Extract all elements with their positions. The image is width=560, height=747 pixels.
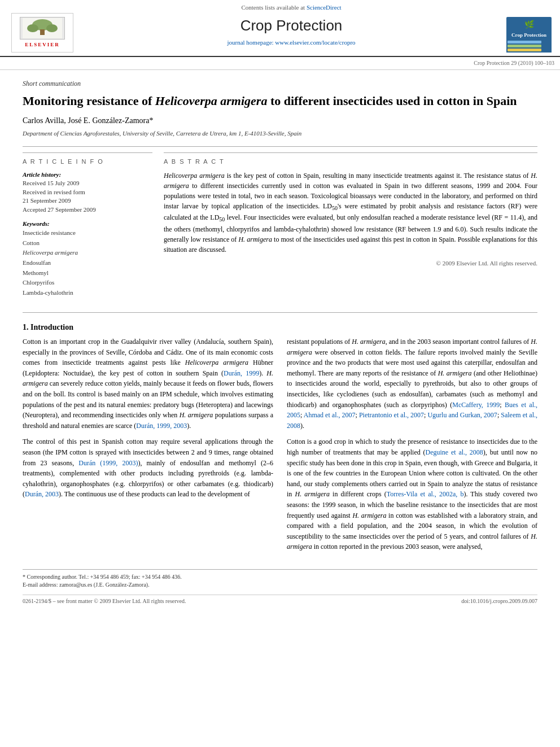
journal-header: ELSEVIER Contents lists available at Sci… — [0, 0, 560, 57]
journal-title: Crop Protection — [240, 15, 343, 36]
sciencedirect-text[interactable]: ScienceDirect — [307, 4, 342, 11]
body-para-3: resistant populations of H. armigera, an… — [287, 337, 537, 431]
keyword-1: Insecticide resistance — [23, 228, 152, 238]
crop-badge-icon: 🌿 — [508, 19, 550, 30]
abstract-col: A B S T R A C T Helicoverpa armigera is … — [164, 152, 537, 304]
email-note: E-mail address: zamora@us.es (J.E. Gonzá… — [23, 581, 537, 589]
ref-duran-1999-2003[interactable]: Durán, 1999, 2003 — [136, 422, 187, 430]
badge-line-1 — [508, 41, 541, 43]
keyword-6: Chlorpyrifos — [23, 278, 152, 288]
section1-title: 1. Introduction — [23, 322, 537, 333]
homepage-link[interactable]: journal homepage: www.elsevier.com/locat… — [227, 39, 355, 46]
keyword-2: Cotton — [23, 238, 152, 248]
divider-1 — [23, 146, 537, 147]
elsevier-logo-image — [20, 17, 65, 40]
abstract-text: Helicoverpa armigera is the key pest of … — [164, 171, 537, 255]
body-right-col: resistant populations of H. armigera, an… — [287, 337, 537, 558]
svg-point-3 — [27, 24, 38, 32]
svg-rect-2 — [40, 29, 45, 35]
affiliation: Department of Ciencias Agroforestales, U… — [23, 129, 537, 138]
history-label: Article history: — [23, 171, 152, 179]
authors: Carlos Avilla, José E. González-Zamora* — [23, 115, 537, 126]
highlighted-and: and — [467, 532, 477, 540]
keywords-label: Keywords: — [23, 220, 152, 228]
article-info-col: A R T I C L E I N F O Article history: R… — [23, 152, 152, 304]
keyword-4: Endosulfan — [23, 258, 152, 268]
badge-lines — [508, 41, 550, 51]
journal-logo-area: 🌿 Crop Protection — [504, 3, 554, 56]
title-end: to different insecticides used in cotton… — [267, 94, 517, 108]
footer-doi: doi:10.1016/j.cropro.2009.09.007 — [461, 597, 537, 605]
section-type: Short communication — [23, 79, 537, 89]
divider-2 — [23, 312, 537, 313]
ref-mccaffery[interactable]: McCaffery, 1999 — [452, 401, 500, 409]
footer-copyright: 0261-2194/$ – see front matter © 2009 El… — [23, 597, 186, 605]
elsevier-wordmark: ELSEVIER — [25, 41, 60, 49]
badge-line-2 — [508, 45, 541, 47]
article-title: Monitoring resistance of Helicoverpa arm… — [23, 93, 537, 110]
body-two-col: Cotton is an important crop in the Guada… — [23, 337, 537, 558]
sciencedirect-link: Contents lists available at ScienceDirec… — [241, 3, 341, 12]
ref-pietrantonio[interactable]: Pietrantonio et al., 2007 — [359, 411, 424, 419]
elsevier-logo-area: ELSEVIER — [6, 3, 79, 56]
abstract-heading: A B S T R A C T — [164, 158, 537, 166]
elsevier-logo: ELSEVIER — [11, 13, 73, 53]
keywords-list: Insecticide resistance Cotton Helicoverp… — [23, 228, 152, 298]
received-date: Received 15 July 2009 — [23, 179, 152, 187]
ref-duran-2003[interactable]: Durán, 2003 — [25, 490, 59, 498]
corresponding-author-note: * Corresponding author. Tel.: +34 954 48… — [23, 573, 537, 581]
body-section: 1. Introduction Cotton is an important c… — [23, 322, 537, 557]
keyword-7: Lambda-cyhalothrin — [23, 288, 152, 298]
body-para-1: Cotton is an important crop in the Guada… — [23, 337, 273, 431]
crop-protection-badge: 🌿 Crop Protection — [506, 17, 552, 53]
title-plain: Monitoring resistance of — [23, 94, 155, 108]
accepted-date: Accepted 27 September 2009 — [23, 206, 152, 214]
revised-date: 21 September 2009 — [23, 196, 152, 205]
svg-point-4 — [46, 24, 58, 32]
revised-label: Received in revised form — [23, 188, 152, 196]
keyword-3: Helicoverpa armigera — [23, 248, 152, 258]
article-info-abstract: A R T I C L E I N F O Article history: R… — [23, 152, 537, 304]
article-history: Article history: Received 15 July 2009 R… — [23, 171, 152, 214]
footnote-area: * Corresponding author. Tel.: +34 954 48… — [23, 569, 537, 589]
journal-id-line: Crop Protection 29 (2010) 100–103 — [0, 57, 560, 70]
ref-ugurlu[interactable]: Ugurlu and Gurkan, 2007 — [427, 411, 497, 419]
journal-center: Contents lists available at ScienceDirec… — [79, 3, 504, 56]
ref-ahmad[interactable]: Ahmad et al., 2007 — [304, 411, 356, 419]
article-info-heading: A R T I C L E I N F O — [23, 158, 152, 166]
badge-label: Crop Protection — [508, 32, 550, 39]
journal-homepage: journal homepage: www.elsevier.com/locat… — [227, 38, 355, 47]
ref-duran-1999[interactable]: Durán, 1999 — [224, 369, 259, 377]
ref-deguine[interactable]: Deguine et al., 2008 — [426, 448, 483, 456]
title-italic: Helicoverpa armigera — [155, 94, 268, 108]
copyright-line: © 2009 Elsevier Ltd. All rights reserved… — [164, 259, 537, 268]
article-info-box: A R T I C L E I N F O Article history: R… — [23, 152, 152, 298]
body-para-4: Cotton is a good crop in which to study … — [287, 436, 537, 552]
ref-torres-vila[interactable]: Torres-Vila et al., 2002a, b — [387, 490, 464, 498]
article-content: Short communication Monitoring resistanc… — [0, 70, 560, 613]
ref-duran-1999-2003b[interactable]: Durán (1999, 2003) — [78, 459, 138, 467]
abstract-box: A B S T R A C T Helicoverpa armigera is … — [164, 152, 537, 268]
keyword-5: Methomyl — [23, 268, 152, 278]
body-para-2: The control of this pest in Spanish cott… — [23, 436, 273, 500]
body-left-col: Cotton is an important crop in the Guada… — [23, 337, 273, 558]
badge-line-3 — [508, 49, 541, 51]
page-footer: 0261-2194/$ – see front matter © 2009 El… — [23, 595, 537, 608]
keywords-group: Keywords: Insecticide resistance Cotton … — [23, 220, 152, 298]
